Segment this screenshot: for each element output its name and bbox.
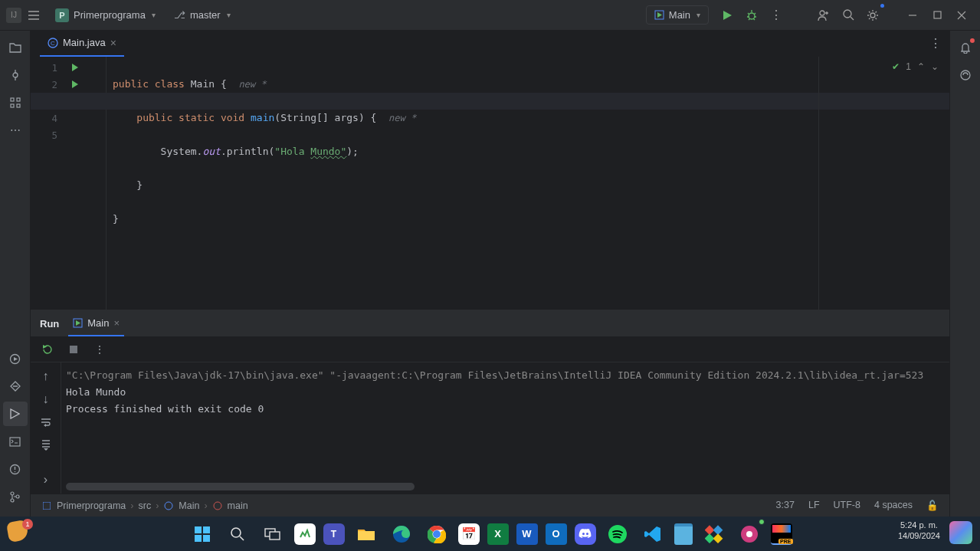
settings-icon[interactable] bbox=[860, 3, 885, 28]
spotify-icon[interactable] bbox=[604, 520, 631, 548]
svg-point-41 bbox=[433, 530, 441, 538]
titlebar: IJ P Primerprograma ▾ ⎇ master ▾ Main ▾ … bbox=[0, 0, 980, 31]
indent-setting[interactable]: 4 spaces bbox=[874, 500, 913, 511]
hamburger-icon[interactable] bbox=[21, 3, 46, 28]
soft-wrap-icon[interactable] bbox=[37, 413, 55, 431]
app-icon[interactable] bbox=[294, 523, 316, 545]
edge-icon[interactable] bbox=[388, 520, 415, 548]
vcs-tool-icon[interactable] bbox=[3, 484, 28, 509]
editor-tab-main[interactable]: C Main.java × bbox=[40, 31, 124, 57]
more-icon[interactable]: ⋮ bbox=[764, 3, 788, 28]
svg-rect-11 bbox=[11, 104, 14, 107]
project-name: Primerprograma bbox=[74, 9, 146, 21]
svg-rect-26 bbox=[70, 346, 77, 353]
excel-icon[interactable]: X bbox=[487, 523, 509, 545]
class-icon bbox=[163, 500, 174, 511]
close-icon[interactable]: × bbox=[110, 37, 116, 49]
svg-point-31 bbox=[214, 502, 221, 510]
file-encoding[interactable]: UTF-8 bbox=[834, 500, 860, 511]
breadcrumb[interactable]: Primerprograma › src › Main › main bbox=[41, 500, 248, 511]
notepad-icon[interactable] bbox=[674, 523, 693, 545]
copilot-icon[interactable] bbox=[949, 521, 972, 544]
caret-position[interactable]: 3:37 bbox=[776, 500, 795, 511]
ai-assistant-icon[interactable] bbox=[953, 63, 978, 87]
svg-rect-38 bbox=[270, 532, 280, 540]
svg-point-18 bbox=[11, 492, 14, 495]
svg-point-20 bbox=[16, 495, 19, 498]
project-tool-icon[interactable] bbox=[3, 35, 28, 60]
services-tool-icon[interactable] bbox=[3, 346, 28, 371]
svg-marker-28 bbox=[44, 448, 48, 451]
maximize-button[interactable] bbox=[925, 3, 949, 28]
chevron-down-icon[interactable]: ⌄ bbox=[931, 61, 939, 72]
svg-marker-2 bbox=[723, 11, 732, 20]
close-icon[interactable]: × bbox=[113, 317, 120, 329]
notifications-icon[interactable] bbox=[953, 35, 978, 60]
build-tool-icon[interactable] bbox=[3, 374, 28, 398]
svg-marker-24 bbox=[76, 320, 80, 326]
code-text[interactable]: public class Main { new * public static … bbox=[107, 57, 949, 310]
app-icon[interactable] bbox=[700, 520, 728, 548]
app-icon[interactable]: 📅 bbox=[458, 523, 480, 545]
editor-tab-menu[interactable]: ⋮ bbox=[929, 36, 949, 51]
svg-point-6 bbox=[870, 13, 875, 18]
svg-marker-1 bbox=[657, 12, 662, 18]
run-line-icon[interactable] bbox=[65, 59, 85, 76]
branch-selector[interactable]: ⎇ master ▾ bbox=[168, 6, 237, 24]
svg-rect-46 bbox=[713, 533, 723, 543]
run-button[interactable] bbox=[715, 3, 739, 28]
more-icon[interactable]: ⋮ bbox=[90, 340, 109, 359]
minimize-button[interactable] bbox=[900, 3, 925, 28]
start-icon[interactable] bbox=[188, 520, 216, 548]
explorer-icon[interactable] bbox=[352, 520, 380, 548]
intellij-icon[interactable]: PRE bbox=[771, 523, 792, 545]
chrome-icon[interactable] bbox=[423, 520, 451, 548]
method-icon bbox=[212, 500, 223, 511]
debug-button[interactable] bbox=[739, 3, 764, 28]
svg-rect-9 bbox=[11, 98, 14, 101]
code-editor[interactable]: 1 2 3 4 5 💡 public class Main { new * pu… bbox=[31, 57, 949, 310]
run-tab-main[interactable]: Main × bbox=[68, 310, 124, 336]
readonly-icon[interactable]: 🔓 bbox=[926, 500, 939, 511]
expand-icon[interactable]: › bbox=[37, 471, 55, 489]
chevron-up-icon[interactable]: ⌃ bbox=[917, 61, 925, 72]
discord-icon[interactable] bbox=[575, 523, 596, 545]
commit-tool-icon[interactable] bbox=[3, 63, 28, 87]
more-tools-icon[interactable]: ⋯ bbox=[3, 118, 28, 143]
add-user-icon[interactable] bbox=[811, 3, 836, 28]
terminal-tool-icon[interactable] bbox=[3, 429, 28, 454]
stop-button[interactable] bbox=[64, 340, 83, 359]
vscode-icon[interactable] bbox=[639, 520, 667, 548]
teams-icon[interactable]: T bbox=[323, 523, 345, 545]
task-view-icon[interactable] bbox=[259, 520, 287, 548]
search-icon[interactable] bbox=[836, 3, 860, 28]
search-taskbar-icon[interactable] bbox=[224, 520, 251, 548]
widgets-icon[interactable]: 1 bbox=[8, 521, 31, 544]
horizontal-scrollbar[interactable] bbox=[66, 483, 415, 490]
outlook-icon[interactable]: O bbox=[546, 523, 567, 545]
chrome-canary-icon[interactable] bbox=[736, 520, 763, 548]
structure-tool-icon[interactable] bbox=[3, 90, 28, 115]
word-icon[interactable]: W bbox=[516, 523, 538, 545]
line-separator[interactable]: LF bbox=[808, 500, 820, 511]
svg-rect-10 bbox=[17, 98, 20, 101]
taskbar-clock[interactable]: 5:24 p. m. 14/09/2024 bbox=[898, 520, 940, 541]
run-sidebar: ↑ ↓ › bbox=[31, 362, 61, 494]
svg-marker-14 bbox=[14, 357, 18, 361]
run-line-icon[interactable] bbox=[65, 76, 85, 93]
rerun-button[interactable] bbox=[38, 340, 57, 359]
up-icon[interactable]: ↑ bbox=[37, 367, 55, 385]
scroll-to-end-icon[interactable] bbox=[37, 436, 55, 454]
project-selector[interactable]: P Primerprograma ▾ bbox=[49, 5, 162, 25]
problems-tool-icon[interactable] bbox=[3, 457, 28, 481]
close-button[interactable] bbox=[949, 3, 974, 28]
left-tool-rail: ⋯ bbox=[0, 31, 31, 517]
svg-marker-27 bbox=[44, 424, 46, 427]
svg-point-8 bbox=[13, 73, 18, 77]
inspection-widget[interactable]: ✔ 1 ⌃ ⌄ bbox=[892, 61, 939, 72]
run-config-selector[interactable]: Main ▾ bbox=[646, 5, 709, 25]
down-icon[interactable]: ↓ bbox=[37, 390, 55, 408]
console-output[interactable]: "C:\Program Files\Java\jdk-17\bin\java.e… bbox=[61, 362, 949, 494]
svg-rect-29 bbox=[43, 502, 51, 510]
run-tool-icon[interactable] bbox=[3, 402, 28, 426]
